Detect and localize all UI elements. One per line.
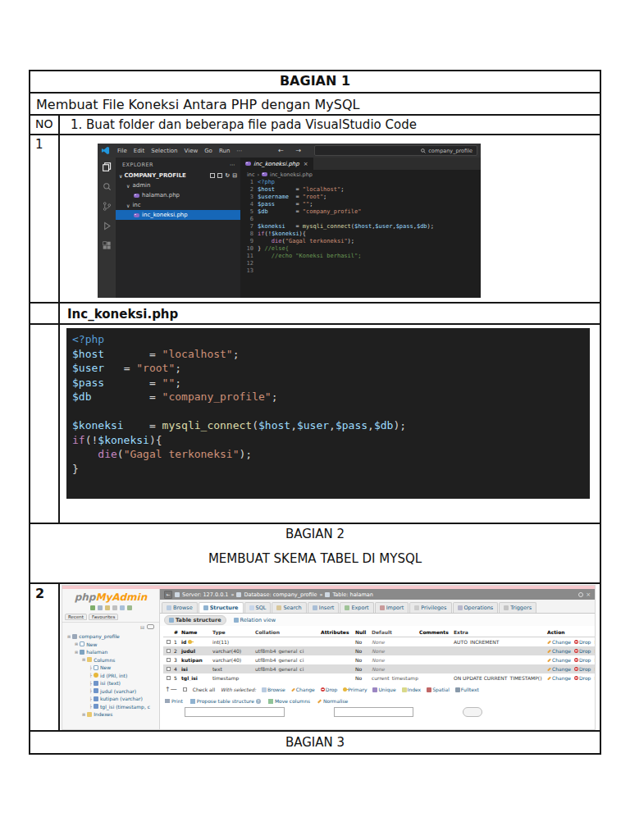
- menu-item[interactable]: Go: [201, 148, 216, 154]
- check-all-checkbox[interactable]: [183, 687, 187, 692]
- breadcrumb-file[interactable]: inc_koneksi.php: [270, 171, 313, 178]
- subtab-table-structure[interactable]: Table structure: [164, 615, 226, 625]
- tree-item[interactable]: ⊞Columns: [66, 656, 159, 664]
- explorer-item[interactable]: halaman.php: [116, 190, 240, 200]
- new-file-icon[interactable]: [210, 173, 215, 178]
- partial-input[interactable]: [185, 707, 285, 717]
- tab-insert[interactable]: Insert: [308, 602, 340, 613]
- new-folder-icon[interactable]: [217, 173, 222, 178]
- with-selected-change[interactable]: Change: [291, 687, 315, 692]
- menu-item[interactable]: Run: [216, 148, 233, 154]
- close-icon[interactable]: ×: [586, 591, 591, 598]
- partial-button[interactable]: [463, 707, 482, 717]
- tab-privileges[interactable]: Privileges: [409, 602, 451, 613]
- with-selected-browse[interactable]: Browse: [262, 687, 285, 692]
- tree-item[interactable]: ├id (PRI, int): [66, 672, 159, 680]
- row-checkbox[interactable]: [167, 658, 171, 662]
- more-actions-icon[interactable]: ⋯: [230, 162, 235, 168]
- menu-item[interactable]: File: [114, 148, 130, 154]
- help-icon[interactable]: ?: [256, 699, 261, 704]
- search-sidebar-icon[interactable]: [103, 182, 112, 191]
- explorer-icon[interactable]: [103, 162, 112, 171]
- source-control-icon[interactable]: [103, 202, 112, 211]
- drop-link[interactable]: Drop: [574, 657, 591, 663]
- change-link[interactable]: Change: [547, 639, 571, 645]
- tab-search[interactable]: Search: [272, 602, 306, 613]
- project-root-item[interactable]: ∨ COMPANY_PROFILE ↻ ⊟: [116, 171, 240, 180]
- home-icon[interactable]: [90, 605, 95, 610]
- unlink-icon[interactable]: [147, 624, 154, 629]
- console-icon[interactable]: [112, 605, 117, 610]
- partial-input[interactable]: [334, 707, 413, 717]
- change-link[interactable]: Change: [547, 648, 571, 654]
- more-link[interactable]: More: [594, 639, 595, 645]
- change-link[interactable]: Change: [547, 675, 571, 681]
- explorer-item[interactable]: inc_koneksi.php: [116, 210, 240, 220]
- change-link[interactable]: Change: [547, 657, 571, 663]
- with-selected-drop[interactable]: Drop: [321, 687, 337, 692]
- drop-link[interactable]: Drop: [574, 675, 591, 681]
- tab-structure[interactable]: Structure: [199, 602, 244, 613]
- print-link[interactable]: Print: [165, 698, 183, 704]
- normalise-link[interactable]: Normalise: [317, 698, 348, 704]
- settings-icon[interactable]: [120, 605, 125, 610]
- tree-item[interactable]: ├New: [66, 664, 159, 672]
- tree-item[interactable]: ├kutipan (varchar): [66, 695, 159, 703]
- sidebar-tab-favourites[interactable]: Favourites: [89, 614, 118, 620]
- tab-triggers[interactable]: Triggers: [499, 602, 536, 613]
- with-selected-primary[interactable]: Primary: [343, 687, 367, 692]
- row-checkbox[interactable]: [167, 676, 171, 680]
- with-selected-fulltext[interactable]: Fulltext: [455, 687, 479, 692]
- explorer-item[interactable]: ∨inc: [116, 200, 240, 210]
- breadcrumb-folder[interactable]: inc: [247, 171, 255, 178]
- vscode-search-box[interactable]: company_profile: [314, 145, 477, 156]
- editor-tab[interactable]: inc_koneksi.php ×: [240, 158, 313, 170]
- collapse-icon[interactable]: ⊟: [232, 173, 237, 178]
- sidebar-tab-recent[interactable]: Recent: [65, 614, 87, 620]
- move-columns-link[interactable]: Move columns: [268, 698, 310, 704]
- explorer-item[interactable]: ∨admin: [116, 180, 240, 190]
- back-icon[interactable]: ←: [164, 591, 172, 599]
- help-icon[interactable]: [105, 605, 110, 610]
- collapse-all-icon[interactable]: ⊟: [140, 624, 144, 630]
- code-editor-content[interactable]: 1<?php2$host = "localhost";3$username = …: [240, 179, 481, 298]
- drop-link[interactable]: Drop: [574, 639, 591, 645]
- more-link[interactable]: More: [594, 648, 595, 654]
- row-checkbox[interactable]: [167, 649, 171, 653]
- more-link[interactable]: More: [594, 675, 595, 681]
- check-all-label[interactable]: Check all: [193, 687, 215, 692]
- with-selected-spatial[interactable]: Spatial: [427, 687, 450, 692]
- run-debug-icon[interactable]: [103, 221, 112, 231]
- logout-icon[interactable]: [98, 605, 103, 610]
- tree-item[interactable]: ├isi (text): [66, 679, 159, 687]
- row-checkbox[interactable]: [167, 640, 171, 644]
- reload-icon[interactable]: [127, 605, 132, 610]
- tree-item[interactable]: ├tgl_isi (timestamp, c: [66, 703, 159, 711]
- tree-item[interactable]: ├judul (varchar): [66, 687, 159, 696]
- nav-arrows-icon[interactable]: ← →: [278, 147, 306, 154]
- tab-operations[interactable]: Operations: [453, 602, 499, 613]
- change-link[interactable]: Change: [547, 666, 571, 672]
- drop-link[interactable]: Drop: [574, 666, 591, 672]
- more-link[interactable]: More: [594, 666, 595, 672]
- menu-item[interactable]: View: [181, 148, 202, 154]
- subtab-relation-view[interactable]: Relation view: [230, 616, 281, 624]
- tree-item[interactable]: ⊞New: [66, 641, 159, 649]
- more-link[interactable]: More: [594, 657, 595, 663]
- with-selected-index[interactable]: Index: [402, 687, 422, 692]
- tree-item[interactable]: ⊞Indexes: [66, 710, 159, 719]
- close-tab-icon[interactable]: ×: [304, 161, 308, 167]
- breadcrumb-item[interactable]: Database: company_profile: [244, 591, 317, 598]
- extensions-icon[interactable]: [103, 241, 112, 250]
- tab-browse[interactable]: Browse: [162, 602, 198, 613]
- refresh-icon[interactable]: ↻: [225, 173, 230, 178]
- drop-link[interactable]: Drop: [574, 648, 591, 654]
- propose-table-structure-link[interactable]: Propose table structure?: [190, 698, 261, 704]
- tree-item[interactable]: ⊞company_profile: [66, 632, 159, 641]
- menu-item[interactable]: ⋯: [233, 148, 245, 154]
- tree-item[interactable]: ⊞halaman: [66, 648, 159, 656]
- pma-logo[interactable]: phpMyAdmin: [62, 589, 159, 603]
- gear-icon[interactable]: [578, 592, 583, 597]
- with-selected-unique[interactable]: Unique: [372, 687, 395, 692]
- menu-item[interactable]: Edit: [130, 148, 148, 154]
